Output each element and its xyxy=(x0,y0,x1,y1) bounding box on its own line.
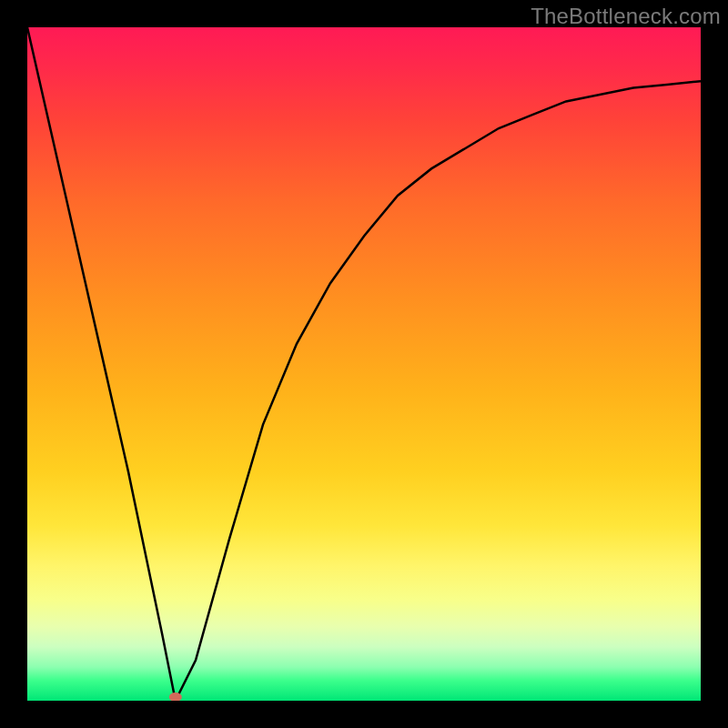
plot-area xyxy=(27,27,701,701)
curve-layer xyxy=(27,27,701,701)
chart-frame: TheBottleneck.com xyxy=(0,0,728,728)
bottleneck-curve xyxy=(27,27,701,701)
watermark-text: TheBottleneck.com xyxy=(531,4,721,29)
